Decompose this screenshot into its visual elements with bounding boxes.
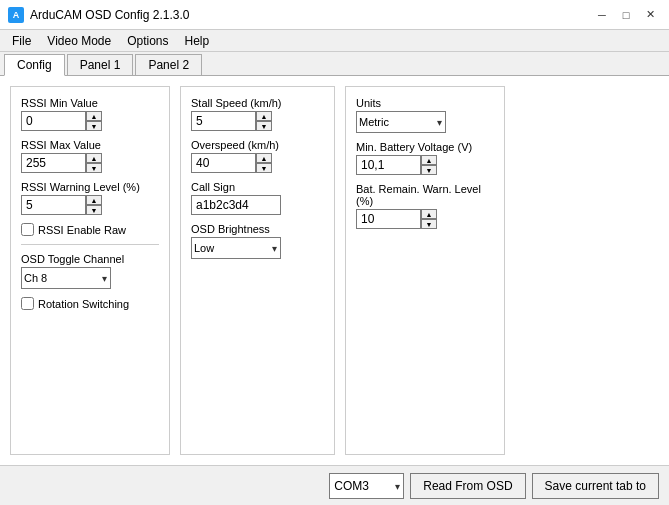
overspeed-spinner: ▲ ▼ — [191, 153, 324, 173]
rssi-min-buttons: ▲ ▼ — [86, 111, 102, 131]
window-title: ArduCAM OSD Config 2.1.3.0 — [30, 8, 189, 22]
tab-panel2[interactable]: Panel 2 — [135, 54, 202, 76]
overspeed-buttons: ▲ ▼ — [256, 153, 272, 173]
title-bar: A ArduCAM OSD Config 2.1.3.0 ─ □ ✕ — [0, 0, 669, 30]
com-port-select-wrapper: COM1 COM2 COM3 COM4 COM5 — [329, 473, 404, 499]
menu-video-mode[interactable]: Video Mode — [39, 32, 119, 50]
title-bar-left: A ArduCAM OSD Config 2.1.3.0 — [8, 7, 189, 23]
units-select[interactable]: Metric Imperial — [356, 111, 446, 133]
menu-options[interactable]: Options — [119, 32, 176, 50]
osd-brightness-select[interactable]: Low Medium High — [191, 237, 281, 259]
bat-remain-buttons: ▲ ▼ — [421, 209, 437, 229]
call-sign-label: Call Sign — [191, 181, 324, 193]
stall-speed-group: Stall Speed (km/h) ▲ ▼ — [191, 97, 324, 131]
min-battery-group: Min. Battery Voltage (V) ▲ ▼ — [356, 141, 494, 175]
overspeed-group: Overspeed (km/h) ▲ ▼ — [191, 139, 324, 173]
rssi-max-up[interactable]: ▲ — [86, 153, 102, 163]
bat-remain-input[interactable] — [356, 209, 421, 229]
rssi-max-buttons: ▲ ▼ — [86, 153, 102, 173]
rssi-max-group: RSSI Max Value ▲ ▼ — [21, 139, 159, 173]
call-sign-group: Call Sign — [191, 181, 324, 215]
min-battery-up[interactable]: ▲ — [421, 155, 437, 165]
save-current-tab-button[interactable]: Save current tab to — [532, 473, 659, 499]
osd-toggle-group: OSD Toggle Channel Ch 1 Ch 2 Ch 3 Ch 4 C… — [21, 253, 159, 289]
rssi-enable-raw-group: RSSI Enable Raw — [21, 223, 159, 236]
overspeed-up[interactable]: ▲ — [256, 153, 272, 163]
rssi-min-group: RSSI Min Value ▲ ▼ — [21, 97, 159, 131]
stall-speed-spinner: ▲ ▼ — [191, 111, 324, 131]
min-battery-input[interactable] — [356, 155, 421, 175]
osd-brightness-select-wrapper: Low Medium High — [191, 237, 281, 259]
panel-divider — [21, 244, 159, 245]
bat-remain-group: Bat. Remain. Warn. Level (%) ▲ ▼ — [356, 183, 494, 229]
rssi-max-down[interactable]: ▼ — [86, 163, 102, 173]
rssi-min-input[interactable] — [21, 111, 86, 131]
rssi-warning-group: RSSI Warning Level (%) ▲ ▼ — [21, 181, 159, 215]
com-port-select[interactable]: COM1 COM2 COM3 COM4 COM5 — [329, 473, 404, 499]
units-group: Units Metric Imperial — [356, 97, 494, 133]
stall-speed-up[interactable]: ▲ — [256, 111, 272, 121]
stall-speed-down[interactable]: ▼ — [256, 121, 272, 131]
rssi-min-label: RSSI Min Value — [21, 97, 159, 109]
bat-remain-down[interactable]: ▼ — [421, 219, 437, 229]
units-label: Units — [356, 97, 494, 109]
close-button[interactable]: ✕ — [639, 5, 661, 25]
bat-remain-spinner: ▲ ▼ — [356, 209, 494, 229]
middle-panel: Stall Speed (km/h) ▲ ▼ Overspeed (km/h) … — [180, 86, 335, 455]
rssi-min-down[interactable]: ▼ — [86, 121, 102, 131]
osd-toggle-label: OSD Toggle Channel — [21, 253, 159, 265]
tab-panel1[interactable]: Panel 1 — [67, 54, 134, 76]
tab-config[interactable]: Config — [4, 54, 65, 76]
min-battery-buttons: ▲ ▼ — [421, 155, 437, 175]
read-from-osd-button[interactable]: Read From OSD — [410, 473, 525, 499]
osd-toggle-select-wrapper: Ch 1 Ch 2 Ch 3 Ch 4 Ch 5 Ch 6 Ch 7 Ch 8 … — [21, 267, 111, 289]
bat-remain-label: Bat. Remain. Warn. Level (%) — [356, 183, 494, 207]
title-controls: ─ □ ✕ — [591, 5, 661, 25]
overspeed-down[interactable]: ▼ — [256, 163, 272, 173]
osd-toggle-select[interactable]: Ch 1 Ch 2 Ch 3 Ch 4 Ch 5 Ch 6 Ch 7 Ch 8 … — [21, 267, 111, 289]
menu-bar: File Video Mode Options Help — [0, 30, 669, 52]
rssi-enable-raw-label: RSSI Enable Raw — [38, 224, 126, 236]
overspeed-input[interactable] — [191, 153, 256, 173]
tab-bar: Config Panel 1 Panel 2 — [0, 52, 669, 76]
osd-brightness-label: OSD Brightness — [191, 223, 324, 235]
units-select-wrapper: Metric Imperial — [356, 111, 446, 133]
rotation-switching-checkbox[interactable] — [21, 297, 34, 310]
menu-file[interactable]: File — [4, 32, 39, 50]
rssi-enable-raw-checkbox[interactable] — [21, 223, 34, 236]
bottom-bar: COM1 COM2 COM3 COM4 COM5 Read From OSD S… — [0, 465, 669, 505]
rssi-warning-buttons: ▲ ▼ — [86, 195, 102, 215]
stall-speed-buttons: ▲ ▼ — [256, 111, 272, 131]
rssi-warning-spinner: ▲ ▼ — [21, 195, 159, 215]
min-battery-down[interactable]: ▼ — [421, 165, 437, 175]
left-panel: RSSI Min Value ▲ ▼ RSSI Max Value ▲ ▼ RS… — [10, 86, 170, 455]
bat-remain-up[interactable]: ▲ — [421, 209, 437, 219]
min-battery-label: Min. Battery Voltage (V) — [356, 141, 494, 153]
rssi-warning-input[interactable] — [21, 195, 86, 215]
minimize-button[interactable]: ─ — [591, 5, 613, 25]
rotation-switching-label: Rotation Switching — [38, 298, 129, 310]
rssi-max-spinner: ▲ ▼ — [21, 153, 159, 173]
rssi-min-up[interactable]: ▲ — [86, 111, 102, 121]
right-panel: Units Metric Imperial Min. Battery Volta… — [345, 86, 505, 455]
rssi-max-input[interactable] — [21, 153, 86, 173]
rssi-warning-down[interactable]: ▼ — [86, 205, 102, 215]
menu-help[interactable]: Help — [177, 32, 218, 50]
app-icon: A — [8, 7, 24, 23]
call-sign-input[interactable] — [191, 195, 281, 215]
min-battery-spinner: ▲ ▼ — [356, 155, 494, 175]
rssi-max-label: RSSI Max Value — [21, 139, 159, 151]
stall-speed-input[interactable] — [191, 111, 256, 131]
rssi-warning-up[interactable]: ▲ — [86, 195, 102, 205]
stall-speed-label: Stall Speed (km/h) — [191, 97, 324, 109]
main-content: RSSI Min Value ▲ ▼ RSSI Max Value ▲ ▼ RS… — [0, 76, 669, 465]
overspeed-label: Overspeed (km/h) — [191, 139, 324, 151]
osd-brightness-group: OSD Brightness Low Medium High — [191, 223, 324, 259]
rssi-warning-label: RSSI Warning Level (%) — [21, 181, 159, 193]
rssi-min-spinner: ▲ ▼ — [21, 111, 159, 131]
maximize-button[interactable]: □ — [615, 5, 637, 25]
rotation-switching-group: Rotation Switching — [21, 297, 159, 310]
